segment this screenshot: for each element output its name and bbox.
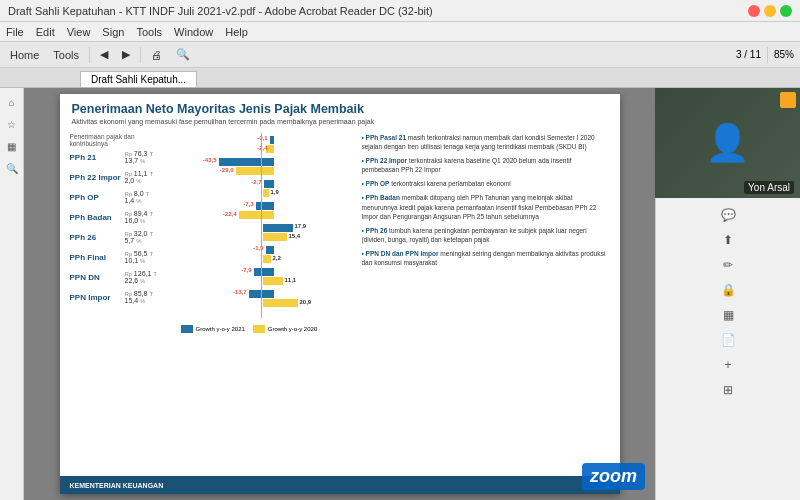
legend-2020: Growth y-o-y 2020 bbox=[253, 325, 317, 333]
bookmark-icon[interactable]: ☆ bbox=[2, 114, 22, 134]
toolbar-separator bbox=[89, 47, 90, 63]
home-icon[interactable]: ⌂ bbox=[2, 92, 22, 112]
create-icon[interactable]: + bbox=[717, 354, 739, 376]
bar-2020-2 bbox=[263, 189, 269, 197]
pdf-header: Penerimaan Neto Mayoritas Jenis Pajak Me… bbox=[60, 94, 620, 129]
pdf-page: Penerimaan Neto Mayoritas Jenis Pajak Me… bbox=[60, 94, 620, 494]
page-icon[interactable]: ▦ bbox=[2, 136, 22, 156]
comment-icon[interactable]: 💬 bbox=[717, 204, 739, 226]
tax-values: Rp 8,0 T 1,4 % bbox=[125, 190, 150, 204]
forward-button[interactable]: ▶ bbox=[118, 46, 134, 63]
bullet-5: • PPN DN dan PPN Impor meningkat seiring… bbox=[362, 249, 610, 267]
legend-2021: Growth y-o-y 2021 bbox=[181, 325, 245, 333]
search-sidebar-icon[interactable]: 🔍 bbox=[2, 158, 22, 178]
toolbar-sep3 bbox=[767, 47, 768, 63]
tax-contrib: 22,6 % bbox=[125, 277, 157, 284]
tax-table: Penerimaan pajak dan kontribusinya PPh 2… bbox=[70, 133, 175, 333]
chart-row-1: -43,5 -29,0 bbox=[181, 155, 356, 177]
label-2020-6: 11,1 bbox=[285, 277, 297, 283]
tax-val: Rp 8,0 T bbox=[125, 190, 150, 197]
chart-row-3: -7,3 -22,4 bbox=[181, 199, 356, 221]
tax-values: Rp 126,1 T 22,6 % bbox=[125, 270, 157, 284]
doc-tab[interactable]: Draft Sahli Kepatuh... bbox=[80, 71, 197, 87]
menu-file[interactable]: File bbox=[6, 26, 24, 38]
legend-label-2020: Growth y-o-y 2020 bbox=[268, 326, 317, 332]
tax-name: PPh 26 bbox=[70, 233, 125, 242]
menu-view[interactable]: View bbox=[67, 26, 91, 38]
legend-label-2021: Growth y-o-y 2021 bbox=[196, 326, 245, 332]
label-2020-5: 2,2 bbox=[273, 255, 281, 261]
minimize-button[interactable] bbox=[764, 5, 776, 17]
chart-row-2: -2,7 1,9 bbox=[181, 177, 356, 199]
app-window: Draft Sahli Kepatuhan - KTT INDF Juli 20… bbox=[0, 0, 800, 500]
bar-2020-1 bbox=[236, 167, 274, 175]
tax-name: PPh 21 bbox=[70, 153, 125, 162]
menu-edit[interactable]: Edit bbox=[36, 26, 55, 38]
search-button[interactable]: 🔍 bbox=[172, 46, 194, 63]
tax-name: PPh Badan bbox=[70, 213, 125, 222]
footer-logo: KEMENTERIAN KEUANGAN bbox=[70, 482, 164, 489]
tax-contrib: 10,1 % bbox=[125, 257, 154, 264]
label-2020-2: 1,9 bbox=[271, 189, 279, 195]
tax-val: Rp 56,5 T bbox=[125, 250, 154, 257]
close-button[interactable] bbox=[748, 5, 760, 17]
chart-area: -0,1 -2,4 -43,5 -29,0 bbox=[181, 133, 356, 323]
bar-2021-3 bbox=[256, 202, 274, 210]
bar-2021-1 bbox=[219, 158, 274, 166]
print-button[interactable]: 🖨 bbox=[147, 47, 166, 63]
bar-2020-7 bbox=[263, 299, 298, 307]
left-sidebar: ⌂ ☆ ▦ 🔍 bbox=[0, 88, 24, 500]
redact-icon[interactable]: ▦ bbox=[717, 304, 739, 326]
fill-sign-icon[interactable]: ✏ bbox=[717, 254, 739, 276]
tax-contrib: 13,7 % bbox=[125, 157, 154, 164]
tax-values: Rp 11,1 T 2,0 % bbox=[125, 170, 154, 184]
bar-2020-3 bbox=[239, 211, 274, 219]
bar-2021-2 bbox=[264, 180, 274, 188]
window-controls bbox=[748, 5, 792, 17]
back-button[interactable]: ◀ bbox=[96, 46, 112, 63]
tax-row-pph26: PPh 26 Rp 32,0 T 5,7 % bbox=[70, 230, 175, 244]
menu-tools[interactable]: Tools bbox=[136, 26, 162, 38]
content-area: Penerimaan pajak dan kontribusinya PPh 2… bbox=[60, 129, 620, 337]
toolbar: Home Tools ◀ ▶ 🖨 🔍 3 / 11 85% bbox=[0, 42, 800, 68]
tax-val: Rp 11,1 T bbox=[125, 170, 154, 177]
menu-window[interactable]: Window bbox=[174, 26, 213, 38]
page-info: 3 / 11 bbox=[736, 49, 761, 60]
bar-2020-4 bbox=[263, 233, 287, 241]
tax-row-pph21: PPh 21 Rp 76,3 T 13,7 % bbox=[70, 150, 175, 164]
tax-contrib: 15,4 % bbox=[125, 297, 154, 304]
bar-2021-6 bbox=[254, 268, 274, 276]
window-title: Draft Sahli Kepatuhan - KTT INDF Juli 20… bbox=[8, 5, 748, 17]
menu-help[interactable]: Help bbox=[225, 26, 248, 38]
home-tab[interactable]: Home bbox=[6, 47, 43, 63]
tools-tab[interactable]: Tools bbox=[49, 47, 83, 63]
pdf-footer: KEMENTERIAN KEUANGAN 3 bbox=[60, 476, 620, 494]
tax-name: PPh 22 Impor bbox=[70, 173, 125, 182]
tax-values: Rp 32,0 T 5,7 % bbox=[125, 230, 154, 244]
chart-legend: Growth y-o-y 2021 Growth y-o-y 2020 bbox=[181, 325, 356, 333]
label-2020-4: 15,4 bbox=[289, 233, 301, 239]
chart-row-7: -13,7 20,9 bbox=[181, 287, 356, 309]
tax-val: Rp 32,0 T bbox=[125, 230, 154, 237]
tax-row-ppndn: PPN DN Rp 126,1 T 22,6 % bbox=[70, 270, 175, 284]
share-icon[interactable]: ⬆ bbox=[717, 229, 739, 251]
legend-box-2020 bbox=[253, 325, 265, 333]
maximize-button[interactable] bbox=[780, 5, 792, 17]
tax-val: Rp 85,8 T bbox=[125, 290, 154, 297]
video-name-label: Yon Arsal bbox=[744, 181, 794, 194]
export-icon[interactable]: 📄 bbox=[717, 329, 739, 351]
person-avatar: 👤 bbox=[705, 122, 750, 164]
zoom-level: 85% bbox=[774, 49, 794, 60]
legend-box-2021 bbox=[181, 325, 193, 333]
tax-values: Rp 85,8 T 15,4 % bbox=[125, 290, 154, 304]
video-frame: 👤 Yon Arsal bbox=[655, 88, 800, 198]
menu-sign[interactable]: Sign bbox=[102, 26, 124, 38]
chart-section: -0,1 -2,4 -43,5 -29,0 bbox=[181, 133, 356, 333]
bar-2021-0 bbox=[270, 136, 274, 144]
compress-icon[interactable]: ⊞ bbox=[717, 379, 739, 401]
protect-icon[interactable]: 🔒 bbox=[717, 279, 739, 301]
chart-row-4: 17,9 15,4 bbox=[181, 221, 356, 243]
tax-row-pph22: PPh 22 Impor Rp 11,1 T 2,0 % bbox=[70, 170, 175, 184]
tax-contrib: 5,7 % bbox=[125, 237, 154, 244]
chart-row-0: -0,1 -2,4 bbox=[181, 133, 356, 155]
